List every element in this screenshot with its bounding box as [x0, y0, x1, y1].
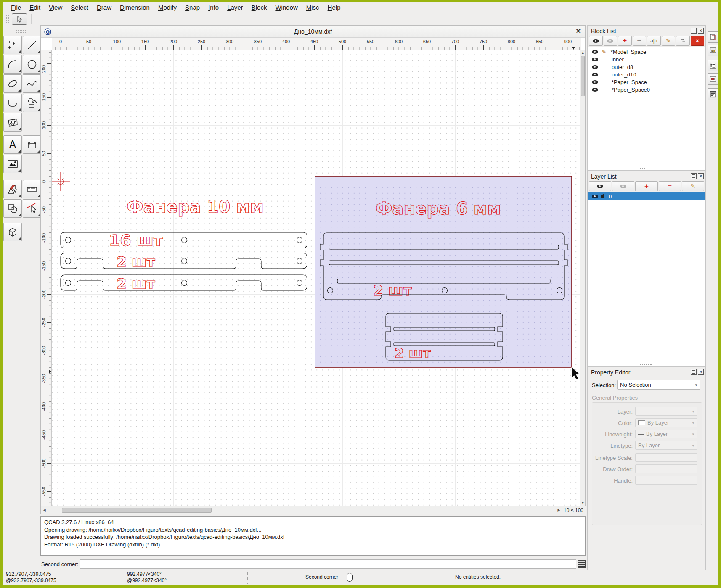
menu-snap[interactable]: Snap: [181, 3, 204, 12]
eye-icon[interactable]: [592, 65, 598, 69]
show-all-blocks-button[interactable]: [589, 36, 603, 46]
insert-block-button[interactable]: [676, 36, 690, 46]
part-strip2[interactable]: [61, 253, 307, 269]
remove-layer-button[interactable]: −: [659, 181, 681, 191]
menu-file[interactable]: File: [7, 3, 25, 12]
menu-view[interactable]: View: [45, 3, 66, 12]
menu-select[interactable]: Select: [66, 3, 93, 12]
eye-icon[interactable]: [592, 50, 598, 54]
pointer-tool-button[interactable]: [12, 13, 27, 25]
hatch-tool-button[interactable]: [3, 113, 22, 132]
selection-tool-button[interactable]: [3, 199, 22, 218]
vertical-scrollbar[interactable]: ▲ ▼: [580, 50, 585, 506]
toggle-reference-panel-button[interactable]: [708, 31, 718, 43]
edit-block-button[interactable]: ✎: [662, 36, 676, 46]
point-tool-button[interactable]: [3, 36, 22, 54]
lock-icon[interactable]: [601, 195, 604, 198]
menu-info[interactable]: Info: [204, 3, 223, 12]
toggle-library-browser-button[interactable]: [708, 45, 718, 56]
add-layer-button[interactable]: +: [635, 181, 657, 191]
menu-modify[interactable]: Modify: [154, 3, 181, 12]
block-row-outer-d10[interactable]: outer_d10: [588, 71, 705, 78]
selection-dropdown[interactable]: No Selection▼: [617, 380, 700, 390]
ruler-icon: [26, 183, 38, 195]
v-scroll-thumb[interactable]: [581, 56, 585, 96]
menu-layer[interactable]: Layer: [223, 3, 247, 12]
tools-grip[interactable]: [16, 30, 27, 33]
ruler-label: 200: [170, 39, 177, 44]
shape-tool-button[interactable]: [23, 94, 41, 112]
delete-block-button[interactable]: ✕: [691, 36, 705, 46]
scroll-down-icon[interactable]: ▼: [580, 501, 586, 506]
arc-tool-button[interactable]: [3, 55, 22, 74]
float-panel-icon[interactable]: [691, 173, 697, 179]
layer-row-0[interactable]: 0: [588, 192, 705, 200]
menu-draw[interactable]: Draw: [93, 3, 116, 12]
measure-tool-button[interactable]: [23, 180, 41, 198]
scroll-right-icon[interactable]: ▶: [556, 508, 562, 513]
text-tool-button[interactable]: A: [3, 135, 22, 154]
spline-tool-button[interactable]: [23, 74, 41, 93]
horizontal-scrollbar[interactable]: ◀ ▶: [41, 506, 562, 514]
splitter-grip[interactable]: [639, 168, 652, 170]
menu-block[interactable]: Block: [247, 3, 271, 12]
menu-help[interactable]: Help: [323, 3, 345, 12]
close-document-icon[interactable]: ✕: [575, 27, 581, 35]
add-block-button[interactable]: +: [618, 36, 632, 46]
block-row-model-space[interactable]: ✎*Model_Space: [588, 48, 705, 55]
part-strip3[interactable]: [61, 275, 307, 290]
image-tool-button[interactable]: [3, 155, 22, 173]
float-panel-icon[interactable]: [691, 369, 697, 375]
eye-icon[interactable]: [592, 195, 598, 198]
toggle-layer-list-button[interactable]: [708, 73, 718, 85]
rename-block-button[interactable]: a|b: [647, 36, 661, 46]
drawing-canvas[interactable]: Фанера 10 мм Фанера 6 мм 16 шт 2 шт 2 шт…: [52, 50, 581, 506]
toggle-block-list-button[interactable]: [708, 60, 718, 71]
close-panel-icon[interactable]: ✕: [698, 173, 704, 179]
show-all-layers-button[interactable]: [589, 181, 611, 191]
eye-icon[interactable]: [592, 58, 598, 61]
dimension-tool-button[interactable]: [23, 135, 41, 154]
close-panel-icon[interactable]: ✕: [698, 369, 704, 375]
selection-icon: [7, 203, 19, 214]
menu-dimension[interactable]: Dimension: [116, 3, 154, 12]
modify-tool-button[interactable]: [23, 199, 41, 218]
eye-icon[interactable]: [592, 88, 598, 92]
close-panel-icon[interactable]: ✕: [698, 28, 704, 34]
hide-all-layers-button[interactable]: [612, 181, 634, 191]
eye-icon[interactable]: [592, 80, 598, 84]
block-row-paper-space[interactable]: *Paper_Space: [588, 78, 705, 86]
strip-grip[interactable]: [707, 25, 718, 28]
command-options-button[interactable]: [578, 560, 586, 568]
menu-misc[interactable]: Misc: [302, 3, 323, 12]
command-input[interactable]: [80, 559, 576, 569]
menu-edit[interactable]: Edit: [25, 3, 45, 12]
block-row-outer-d8[interactable]: outer_d8: [588, 63, 705, 71]
menu-window[interactable]: Window: [271, 3, 302, 12]
label-strip2-count: 2 шт: [117, 253, 155, 270]
float-panel-icon[interactable]: [691, 28, 697, 34]
block-row-paper-space0[interactable]: *Paper_Space0: [588, 86, 705, 93]
sketch-tools-button[interactable]: [3, 180, 22, 198]
edit-layer-button[interactable]: ✎: [682, 181, 704, 191]
part-strip1[interactable]: [61, 232, 307, 248]
remove-block-button[interactable]: −: [633, 36, 647, 46]
scroll-up-icon[interactable]: ▲: [580, 50, 586, 55]
h-scroll-thumb[interactable]: [62, 508, 212, 513]
toolbar-grip[interactable]: [6, 15, 9, 24]
scroll-left-icon[interactable]: ◀: [42, 508, 47, 513]
eye-icon[interactable]: [592, 73, 598, 76]
hide-all-blocks-button[interactable]: [604, 36, 618, 46]
ellipse-tool-button[interactable]: [3, 74, 22, 93]
splitter-grip[interactable]: [639, 364, 652, 366]
drawing-titlebar[interactable]: Q Дно_10мм.dxf ✕: [41, 26, 585, 38]
line-tool-button[interactable]: [23, 36, 41, 54]
ruler-label: -300: [41, 346, 46, 355]
circle-tool-button[interactable]: [23, 55, 41, 74]
block-row-inner[interactable]: inner: [588, 55, 705, 63]
command-history[interactable]: QCAD 3.27.6 / Linux x86_64 Opening drawi…: [40, 516, 586, 556]
projection-tool-button[interactable]: [3, 223, 22, 241]
ruler-label: -150: [41, 261, 46, 271]
polyline-tool-button[interactable]: [3, 94, 22, 112]
toggle-command-line-button[interactable]: [708, 88, 718, 100]
